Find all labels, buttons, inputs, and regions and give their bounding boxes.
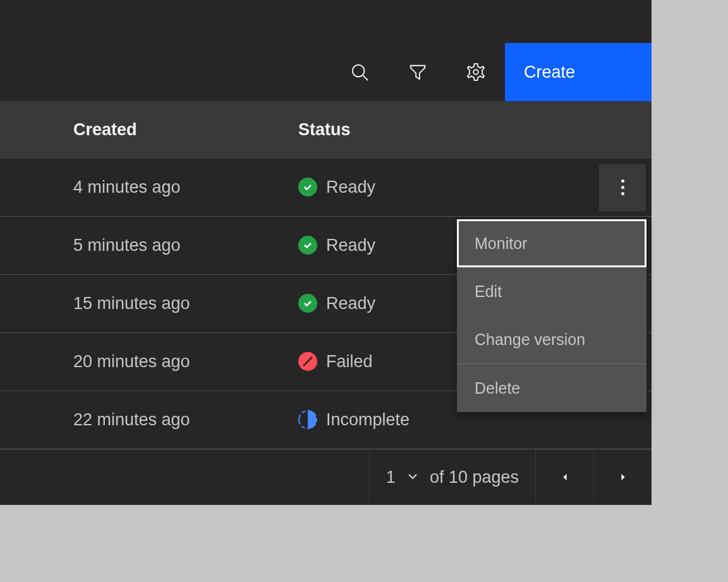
create-button-label: Create xyxy=(524,63,575,82)
prev-page-button[interactable] xyxy=(535,450,593,505)
row-actions-button[interactable] xyxy=(599,164,646,211)
table-row[interactable]: 4 minutes agoReady xyxy=(0,159,652,217)
pagination: 1 of 10 pages xyxy=(0,449,652,505)
status-label: Failed xyxy=(326,352,373,372)
column-header-status[interactable]: Status xyxy=(298,120,652,140)
context-menu: MonitorEditChange version Delete xyxy=(457,219,646,412)
menu-item[interactable]: Delete xyxy=(457,364,646,412)
cell-created: 22 minutes ago xyxy=(0,410,298,430)
gear-icon xyxy=(466,63,485,82)
page-select[interactable]: 1 of 10 pages xyxy=(369,450,535,505)
cell-status: Incomplete xyxy=(298,410,652,430)
kebab-icon xyxy=(621,179,624,195)
status-label: Ready xyxy=(326,236,375,255)
filter-button[interactable] xyxy=(389,43,447,101)
search-button[interactable] xyxy=(331,43,389,101)
status-failed-icon xyxy=(298,352,317,371)
menu-item[interactable]: Change version xyxy=(457,315,646,363)
status-ready-icon xyxy=(298,294,317,313)
status-label: Incomplete xyxy=(326,410,410,430)
menu-item[interactable]: Edit xyxy=(457,267,646,315)
cell-created: 5 minutes ago xyxy=(0,236,298,255)
column-header-created[interactable]: Created xyxy=(0,120,298,140)
svg-point-0 xyxy=(353,65,365,77)
status-incomplete-icon xyxy=(298,410,317,429)
toolbar: Create xyxy=(0,0,652,101)
svg-point-2 xyxy=(473,70,478,75)
status-ready-icon xyxy=(298,178,317,197)
table-header: Created Status xyxy=(0,101,652,158)
app-container: Create Created Status 4 minutes agoReady… xyxy=(0,0,652,505)
status-label: Ready xyxy=(326,178,375,197)
settings-button[interactable] xyxy=(447,43,505,101)
current-page: 1 xyxy=(386,468,396,487)
next-page-button[interactable] xyxy=(593,450,652,505)
caret-left-icon xyxy=(561,473,569,482)
cell-created: 20 minutes ago xyxy=(0,352,298,372)
total-pages-label: of 10 pages xyxy=(430,468,519,487)
cell-created: 15 minutes ago xyxy=(0,294,298,313)
filter-icon xyxy=(408,63,427,82)
caret-right-icon xyxy=(619,473,628,482)
status-label: Ready xyxy=(326,294,375,313)
search-icon xyxy=(350,63,369,82)
svg-line-3 xyxy=(303,357,312,366)
cell-created: 4 minutes ago xyxy=(0,178,298,197)
svg-line-1 xyxy=(363,76,368,81)
chevron-down-icon xyxy=(407,471,418,483)
status-ready-icon xyxy=(298,236,317,255)
create-button[interactable]: Create xyxy=(505,43,652,101)
toolbar-icons xyxy=(331,43,505,101)
menu-item[interactable]: Monitor xyxy=(457,219,646,267)
